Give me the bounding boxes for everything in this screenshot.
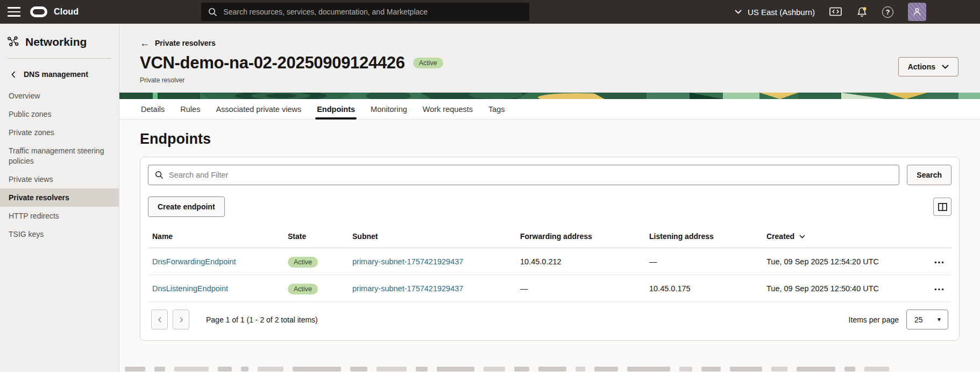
- top-navigation-bar: Cloud US East (Ashburn): [0, 0, 980, 24]
- sidebar-title: Networking: [0, 36, 119, 48]
- sidebar-item-public-zones[interactable]: Public zones: [0, 105, 119, 123]
- actions-button[interactable]: Actions: [898, 57, 958, 76]
- partial-bottom-content: [120, 366, 980, 372]
- tab-work-requests[interactable]: Work requests: [423, 99, 473, 119]
- forwarding-address-value: —: [520, 284, 649, 293]
- section-heading: Endpoints: [140, 131, 960, 148]
- help-button[interactable]: ?: [882, 6, 893, 18]
- endpoint-name-link[interactable]: DnsListeningEndpoint: [152, 284, 228, 293]
- decorative-banner: [119, 93, 980, 99]
- bell-icon: [856, 6, 868, 18]
- breadcrumb-label: Private resolvers: [155, 39, 216, 47]
- state-badge: Active: [288, 257, 318, 268]
- help-icon: ?: [882, 6, 893, 18]
- breadcrumb[interactable]: ← Private resolvers: [140, 39, 216, 47]
- endpoints-card: Search Create endpoint: [140, 157, 960, 341]
- caret-down-icon: ▼: [936, 317, 942, 322]
- chevron-down-icon: [735, 10, 742, 14]
- search-button[interactable]: Search: [907, 165, 951, 185]
- banner-art: [119, 93, 980, 99]
- column-header-forwarding-address: Forwarding address: [520, 232, 649, 241]
- main-content: ← Private resolvers VCN-demo-na-02-20250…: [119, 24, 980, 372]
- column-header-listening-address: Listening address: [649, 232, 766, 241]
- subnet-link[interactable]: primary-subnet-1757421929437: [352, 257, 463, 266]
- user-avatar[interactable]: [908, 3, 926, 21]
- sort-chevron-icon: [799, 235, 805, 238]
- column-header-created[interactable]: Created: [766, 232, 805, 241]
- endpoints-table: Name State Subnet Forwarding address Lis…: [148, 228, 951, 302]
- endpoints-panel: Endpoints Search Create end: [119, 120, 980, 372]
- topbar-right-cluster: US East (Ashburn) ?: [735, 3, 972, 21]
- cloud-shell-button[interactable]: [829, 7, 842, 17]
- person-icon: [912, 7, 922, 17]
- sidebar-item-overview[interactable]: Overview: [0, 87, 119, 105]
- pagination-bar: Page 1 of 1 (1 - 2 of 2 total items) Ite…: [148, 302, 951, 334]
- items-per-page-select[interactable]: 25 ▼: [906, 310, 948, 329]
- sidebar-divider: [8, 58, 111, 59]
- items-per-page-label: Items per page: [849, 315, 899, 324]
- cloud-shell-icon: [829, 7, 842, 17]
- sidebar-item-http-redirects[interactable]: HTTP redirects: [0, 207, 119, 225]
- status-badge: Active: [413, 58, 443, 68]
- ellipsis-icon: [934, 261, 944, 264]
- ellipsis-icon: [934, 288, 944, 291]
- hamburger-icon: [8, 7, 20, 9]
- oci-console: Cloud US East (Ashburn): [0, 0, 980, 372]
- filter-field[interactable]: [148, 165, 899, 185]
- sidebar-item-tsig-keys[interactable]: TSIG keys: [0, 225, 119, 243]
- column-header-name: Name: [152, 232, 288, 241]
- tab-tags[interactable]: Tags: [488, 99, 505, 119]
- notifications-button[interactable]: [856, 6, 868, 18]
- tab-monitoring[interactable]: Monitoring: [371, 99, 407, 119]
- column-settings-button[interactable]: [933, 198, 951, 216]
- back-arrow-icon: ←: [140, 39, 150, 47]
- table-row: DnsForwardingEndpoint Active primary-sub…: [148, 248, 951, 275]
- row-actions-menu-button[interactable]: [931, 255, 947, 268]
- sidebar-item-private-views[interactable]: Private views: [0, 170, 119, 188]
- tab-associated-private-views[interactable]: Associated private views: [216, 99, 301, 119]
- pagination-summary: Page 1 of 1 (1 - 2 of 2 total items): [206, 315, 318, 324]
- page-title: VCN-demo-na-02-20250909124426: [140, 53, 405, 73]
- hamburger-menu-button[interactable]: [8, 7, 20, 17]
- previous-page-button[interactable]: [151, 310, 168, 329]
- forwarding-address-value: 10.45.0.212: [520, 257, 649, 266]
- endpoint-name-link[interactable]: DnsForwardingEndpoint: [152, 257, 236, 266]
- subnet-link[interactable]: primary-subnet-1757421929437: [352, 284, 463, 293]
- chevron-left-icon: [158, 317, 162, 323]
- sidebar: Networking DNS management Overview Publi…: [0, 24, 119, 372]
- columns-icon: [938, 203, 947, 211]
- filter-input[interactable]: [169, 171, 892, 179]
- sidebar-item-traffic-management[interactable]: Traffic management steering policies: [0, 142, 119, 170]
- sidebar-menu: Overview Public zones Private zones Traf…: [0, 87, 119, 243]
- global-search-input[interactable]: [223, 8, 522, 16]
- create-endpoint-button[interactable]: Create endpoint: [148, 196, 225, 217]
- column-header-state: State: [288, 232, 352, 241]
- listening-address-value: —: [649, 257, 766, 266]
- region-selector[interactable]: US East (Ashburn): [735, 8, 815, 17]
- sidebar-item-private-zones[interactable]: Private zones: [0, 123, 119, 142]
- table-row: DnsListeningEndpoint Active primary-subn…: [148, 275, 951, 302]
- search-icon: [155, 171, 164, 179]
- tab-endpoints[interactable]: Endpoints: [317, 99, 355, 119]
- networking-icon: [7, 36, 19, 48]
- global-search-bar[interactable]: [201, 3, 529, 21]
- sidebar-item-private-resolvers[interactable]: Private resolvers: [0, 188, 119, 207]
- tab-bar: Details Rules Associated private views E…: [119, 99, 980, 120]
- listening-address-value: 10.45.0.175: [649, 284, 766, 293]
- region-label: US East (Ashburn): [748, 8, 815, 17]
- chevron-right-icon: [179, 317, 183, 323]
- tab-details[interactable]: Details: [141, 99, 165, 119]
- page-header: ← Private resolvers VCN-demo-na-02-20250…: [119, 24, 980, 93]
- resource-type-label: Private resolver: [140, 76, 958, 84]
- state-badge: Active: [288, 284, 318, 294]
- oracle-logo-icon: [30, 6, 47, 17]
- sidebar-section-dns-management[interactable]: DNS management: [0, 67, 119, 82]
- column-header-subnet: Subnet: [352, 232, 520, 241]
- created-value: Tue, 09 Sep 2025 12:50:40 UTC: [766, 284, 918, 293]
- tab-rules[interactable]: Rules: [180, 99, 200, 119]
- next-page-button[interactable]: [173, 310, 189, 329]
- items-per-page-value: 25: [914, 315, 923, 324]
- row-actions-menu-button[interactable]: [931, 282, 947, 294]
- created-value: Tue, 09 Sep 2025 12:54:20 UTC: [766, 257, 918, 266]
- table-header-row: Name State Subnet Forwarding address Lis…: [148, 228, 951, 248]
